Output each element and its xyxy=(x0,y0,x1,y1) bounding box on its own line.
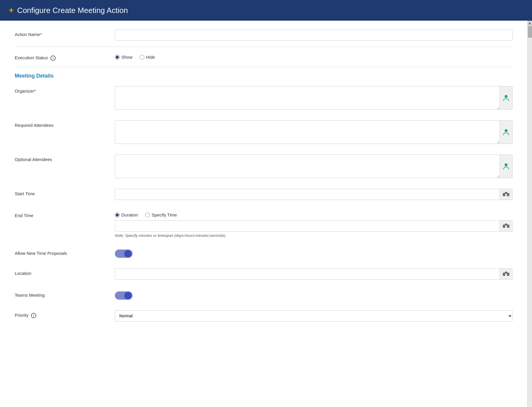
execution-status-hide-option[interactable]: Hide xyxy=(140,55,155,60)
binoculars-icon-2 xyxy=(503,224,509,228)
end-time-input-group xyxy=(115,220,513,232)
end-time-specify-label: Specify Time xyxy=(152,212,177,217)
svg-rect-15 xyxy=(505,272,507,273)
end-time-options-group: Duration Specify Time xyxy=(115,211,513,217)
svg-point-7 xyxy=(507,194,509,196)
svg-rect-10 xyxy=(505,224,507,225)
svg-point-12 xyxy=(507,225,509,227)
location-binoculars-button[interactable] xyxy=(500,268,513,280)
start-time-row: Start Time xyxy=(15,189,513,205)
execution-status-label: Execution Status i xyxy=(15,53,115,61)
allow-proposals-control xyxy=(115,248,513,258)
start-time-input-group xyxy=(115,189,513,200)
action-name-row: Action Name* xyxy=(15,29,513,47)
end-time-input[interactable] xyxy=(115,220,500,232)
execution-status-radio-group: Show Hide xyxy=(115,53,513,60)
location-input-group xyxy=(115,268,513,280)
action-name-input[interactable] xyxy=(115,29,513,41)
toggle-thumb-2 xyxy=(124,292,131,299)
end-time-radio-group: Duration Specify Time xyxy=(115,211,513,217)
priority-info-icon[interactable]: i xyxy=(31,313,36,318)
priority-control: Normal High Low xyxy=(115,310,513,321)
teams-meeting-label: Teams Meeting xyxy=(15,290,115,298)
required-attendees-person-button[interactable] xyxy=(500,120,513,144)
execution-status-show-option[interactable]: Show xyxy=(115,55,133,60)
svg-point-0 xyxy=(505,95,508,98)
teams-meeting-row: Teams Meeting xyxy=(15,290,513,305)
end-time-row: End Time Duration Specify Time xyxy=(15,211,513,243)
location-control xyxy=(115,268,513,280)
organizer-label: Organizer* xyxy=(15,86,115,93)
priority-label: Priority i xyxy=(15,310,115,318)
required-attendees-input[interactable] xyxy=(115,120,500,144)
scrollbar-container: Action Name* Execution Status i Show xyxy=(0,21,532,407)
end-time-duration-option[interactable]: Duration xyxy=(115,212,138,217)
start-time-binoculars-button[interactable] xyxy=(500,189,513,200)
svg-point-1 xyxy=(505,129,508,132)
execution-status-control: Show Hide xyxy=(115,53,513,60)
location-label: Location xyxy=(15,268,115,276)
start-time-label: Start Time xyxy=(15,189,115,196)
header: + Configure Create Meeting Action xyxy=(0,0,532,21)
main-content: Action Name* Execution Status i Show xyxy=(0,21,527,407)
priority-select[interactable]: Normal High Low xyxy=(115,310,513,321)
plus-icon: + xyxy=(9,6,14,14)
optional-attendees-input-group xyxy=(115,155,513,178)
required-attendees-input-group xyxy=(115,120,513,144)
svg-point-16 xyxy=(503,273,505,275)
page-wrapper: + Configure Create Meeting Action Action… xyxy=(0,0,532,407)
required-attendees-control xyxy=(115,120,513,144)
binoculars-icon-3 xyxy=(503,272,509,276)
svg-point-6 xyxy=(503,194,505,196)
action-name-control xyxy=(115,29,513,41)
location-row: Location xyxy=(15,268,513,285)
end-time-duration-radio[interactable] xyxy=(115,213,120,217)
start-time-control xyxy=(115,189,513,200)
scrollbar-up-arrow[interactable]: ▲ xyxy=(528,21,532,25)
teams-meeting-control xyxy=(115,290,513,300)
execution-status-show-label: Show xyxy=(121,55,133,60)
allow-proposals-row: Allow New Time Proposals xyxy=(15,248,513,263)
optional-attendees-input[interactable] xyxy=(115,155,500,178)
end-time-label: End Time xyxy=(15,211,115,218)
organizer-input-group xyxy=(115,86,513,110)
start-time-input[interactable] xyxy=(115,189,500,200)
svg-point-11 xyxy=(503,225,505,227)
teams-meeting-toggle[interactable] xyxy=(115,291,133,300)
required-attendees-label: Required Attendees xyxy=(15,120,115,128)
end-time-specify-radio[interactable] xyxy=(145,213,150,217)
end-time-specify-option[interactable]: Specify Time xyxy=(145,212,177,217)
end-time-control: Duration Specify Time xyxy=(115,211,513,238)
svg-point-17 xyxy=(507,273,509,275)
organizer-row: Organizer* xyxy=(15,86,513,115)
organizer-input[interactable] xyxy=(115,86,500,110)
optional-attendees-person-button[interactable] xyxy=(500,155,513,178)
allow-proposals-toggle[interactable] xyxy=(115,250,133,258)
person-icon-2 xyxy=(503,129,510,136)
location-input[interactable] xyxy=(115,268,500,280)
action-name-label: Action Name* xyxy=(15,29,115,37)
execution-status-show-radio[interactable] xyxy=(115,55,120,60)
scrollbar: ▲ xyxy=(527,21,532,407)
end-time-duration-label: Duration xyxy=(121,212,138,217)
scrollbar-thumb[interactable] xyxy=(528,26,532,38)
allow-proposals-label: Allow New Time Proposals xyxy=(15,248,115,256)
priority-row: Priority i Normal High Low xyxy=(15,310,513,327)
person-icon xyxy=(503,94,510,101)
toggle-thumb-1 xyxy=(124,250,131,257)
organizer-control xyxy=(115,86,513,110)
execution-status-hide-radio[interactable] xyxy=(140,55,144,60)
end-time-note: Note: Specify minutes or timespan (days:… xyxy=(115,233,513,238)
svg-rect-5 xyxy=(505,192,507,194)
page-title: Configure Create Meeting Action xyxy=(17,6,128,15)
optional-attendees-control xyxy=(115,155,513,178)
end-time-binoculars-button[interactable] xyxy=(500,220,513,232)
optional-attendees-label: Optional Attendees xyxy=(15,155,115,162)
person-icon-3 xyxy=(503,163,510,170)
execution-status-hide-label: Hide xyxy=(146,55,155,60)
svg-point-2 xyxy=(505,163,508,166)
execution-status-info-icon[interactable]: i xyxy=(50,55,56,61)
organizer-person-button[interactable] xyxy=(500,86,513,110)
meeting-details-section-header: Meeting Details xyxy=(15,73,513,79)
binoculars-icon-1 xyxy=(503,192,509,197)
